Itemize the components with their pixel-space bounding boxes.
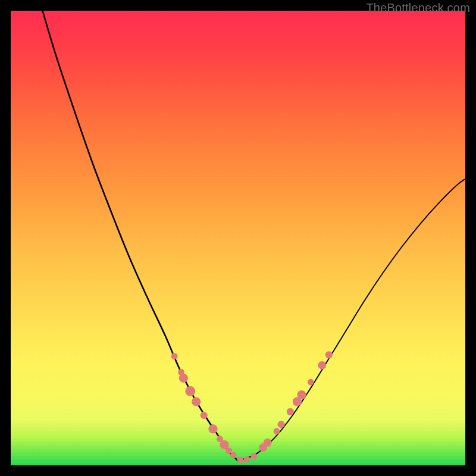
left-curve: [42, 11, 238, 461]
data-point: [244, 456, 250, 463]
chart-svg: [11, 11, 465, 465]
data-point: [287, 408, 294, 415]
watermark-text: TheBottleneck.com: [366, 1, 470, 15]
data-point: [226, 447, 232, 454]
data-point: [192, 397, 201, 406]
data-point: [308, 379, 314, 386]
data-point: [185, 386, 195, 396]
data-point: [325, 351, 333, 358]
data-point: [171, 353, 178, 359]
data-point: [264, 439, 272, 447]
data-point: [274, 428, 280, 434]
plot-area: [11, 11, 465, 465]
data-point: [277, 421, 284, 428]
data-point: [250, 453, 257, 459]
data-point: [208, 424, 217, 433]
right-curve: [238, 179, 465, 461]
data-point: [230, 452, 237, 459]
data-points-group: [171, 351, 333, 463]
data-point: [318, 361, 326, 369]
data-point: [179, 374, 188, 383]
chart-frame: TheBottleneck.com: [0, 0, 476, 476]
data-point: [297, 390, 306, 399]
data-point: [237, 456, 243, 463]
data-point: [201, 412, 208, 419]
